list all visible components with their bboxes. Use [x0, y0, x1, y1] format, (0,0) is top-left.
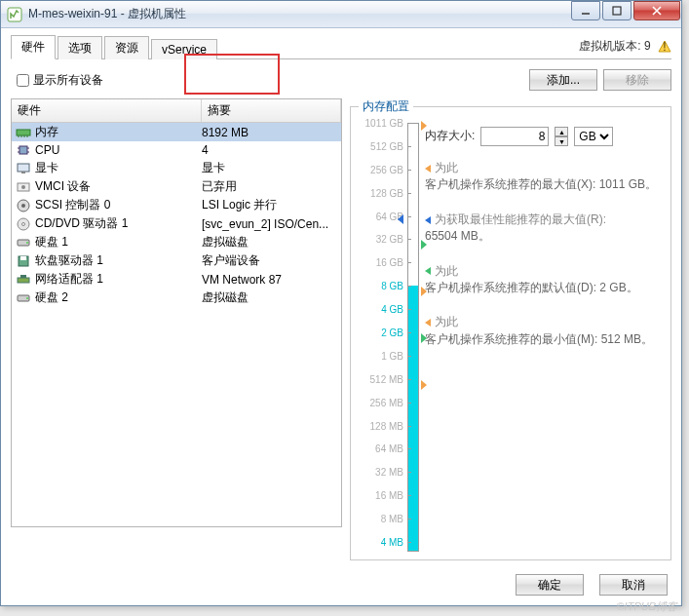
table-row[interactable]: VMCI 设备已弃用 — [12, 177, 341, 196]
table-row[interactable]: 硬盘 2虚拟磁盘 — [12, 289, 341, 307]
table-row[interactable]: 内存8192 MB — [12, 123, 341, 141]
scale-label: 256 MB — [370, 398, 403, 408]
tab-hardware[interactable]: 硬件 — [11, 35, 56, 59]
table-row[interactable]: 软盘驱动器 1客户端设备 — [12, 251, 341, 270]
desc-text: 65504 MB。 — [425, 229, 490, 243]
hw-summary: 客户端设备 — [202, 252, 337, 269]
marker-min-guest-icon — [421, 287, 427, 296]
hw-summary: 虚拟磁盘 — [202, 234, 337, 250]
hw-summary: 显卡 — [202, 160, 337, 176]
desc-text: 客户机操作系统推荐的默认值(D): 2 GB。 — [425, 281, 638, 294]
svg-point-29 — [26, 297, 28, 299]
marker-current-green-icon — [421, 333, 427, 343]
hw-summary: 8192 MB — [202, 126, 337, 139]
table-row[interactable]: CPU4 — [12, 141, 341, 159]
scale-label: 64 MB — [375, 443, 403, 454]
memory-size-spin-up[interactable]: ▲ — [555, 127, 568, 136]
hw-name: SCSI 控制器 0 — [35, 197, 110, 213]
desc-text: 客户机操作系统推荐的最大值(X): 1011 GB。 — [425, 177, 657, 191]
cpu-icon — [16, 142, 31, 158]
add-button-highlight — [184, 54, 280, 95]
disk-icon — [16, 290, 31, 306]
table-row[interactable]: 硬盘 1虚拟磁盘 — [12, 233, 341, 251]
app-icon — [7, 7, 22, 22]
titlebar[interactable]: M-mes-weixin-91 - 虚拟机属性 — [1, 1, 681, 28]
hw-name: 显卡 — [35, 160, 58, 176]
vm-properties-window: M-mes-weixin-91 - 虚拟机属性 硬件 选项 资源 vServic… — [0, 0, 682, 606]
memory-unit-select[interactable]: GB — [574, 127, 613, 146]
titlebar-text: M-mes-weixin-91 - 虚拟机属性 — [28, 6, 570, 22]
warning-icon: ! — [658, 40, 671, 54]
hw-name: CPU — [35, 143, 59, 157]
tab-row: 硬件 选项 资源 vService 虚拟机版本: 9 ! — [11, 34, 671, 59]
hw-name: 软盘驱动器 1 — [35, 252, 103, 269]
hw-name: CD/DVD 驱动器 1 — [35, 215, 128, 232]
svg-rect-27 — [20, 275, 26, 278]
marker-default-icon — [421, 240, 427, 250]
show-all-devices-checkbox[interactable] — [17, 74, 29, 87]
cancel-button[interactable]: 取消 — [599, 574, 668, 596]
col-header-summary[interactable]: 摘要 — [202, 99, 341, 122]
tab-resources[interactable]: 资源 — [104, 36, 149, 59]
table-row[interactable]: SCSI 控制器 0LSI Logic 并行 — [12, 196, 341, 214]
memory-config-group: 内存配置 1011 GB512 GB256 GB128 GB64 GB32 GB… — [350, 98, 671, 560]
remove-button[interactable]: 移除 — [603, 69, 671, 91]
svg-rect-14 — [18, 164, 29, 172]
scale-label: 512 MB — [370, 374, 403, 385]
scale-label: 32 GB — [376, 234, 403, 245]
svg-point-23 — [26, 242, 28, 244]
memory-size-label: 内存大小: — [425, 128, 475, 144]
hw-summary: [svc_evun_2] ISO/Cen... — [202, 217, 337, 231]
memory-recommendation: 为此客户机操作系统推荐的最大值(X): 1011 GB。 — [425, 160, 663, 194]
svg-rect-2 — [613, 7, 621, 15]
memory-recommendation: 为此客户机操作系统推荐的最小值(M): 512 MB。 — [425, 314, 663, 348]
tab-options[interactable]: 选项 — [57, 36, 102, 59]
add-button[interactable]: 添加... — [529, 69, 597, 91]
memory-scale: 1011 GB512 GB256 GB128 GB64 GB32 GB16 GB… — [359, 123, 417, 552]
hw-summary: 虚拟磁盘 — [202, 289, 337, 306]
net-icon — [16, 272, 31, 288]
hw-name: 硬盘 2 — [35, 289, 68, 306]
table-row[interactable]: 显卡显卡 — [12, 159, 341, 177]
svg-rect-4 — [17, 130, 30, 135]
minimize-button[interactable] — [571, 1, 600, 20]
svg-rect-25 — [20, 256, 26, 260]
svg-point-19 — [21, 204, 25, 208]
memory-recommendation: 为获取最佳性能推荐的最大值(R):65504 MB。 — [425, 212, 663, 246]
desc-label: 为此 — [435, 264, 458, 278]
hardware-table: 硬件 摘要 内存8192 MBCPU4显卡显卡VMCI 设备已弃用SCSI 控制… — [11, 98, 342, 527]
scale-label: 4 MB — [381, 537, 403, 548]
close-button[interactable] — [633, 1, 680, 20]
disk-icon — [16, 235, 31, 250]
col-header-hardware[interactable]: 硬件 — [12, 99, 202, 122]
vmci-icon — [16, 179, 31, 195]
tab-vservice[interactable]: vService — [151, 39, 217, 59]
maximize-button[interactable] — [602, 1, 632, 20]
desc-label: 为此 — [435, 315, 458, 328]
svg-point-17 — [21, 185, 25, 189]
hw-summary: VM Network 87 — [202, 273, 337, 287]
scale-label: 256 GB — [370, 165, 403, 175]
mem-icon — [16, 125, 31, 140]
scale-label: 16 GB — [376, 257, 403, 268]
vm-version-label: 虚拟机版本: 9 ! — [579, 38, 671, 58]
table-row[interactable]: 网络适配器 1VM Network 87 — [12, 270, 341, 289]
scale-label: 1011 GB — [365, 118, 403, 129]
hw-name: 硬盘 1 — [35, 234, 68, 250]
svg-rect-15 — [21, 172, 25, 173]
hw-summary: LSI Logic 并行 — [202, 197, 337, 213]
svg-rect-26 — [18, 278, 29, 283]
table-row[interactable]: CD/DVD 驱动器 1[svc_evun_2] ISO/Cen... — [12, 214, 341, 233]
scale-label: 128 MB — [370, 421, 403, 432]
svg-point-21 — [22, 222, 25, 225]
show-all-devices-label: 显示所有设备 — [33, 72, 103, 89]
memory-config-legend: 内存配置 — [359, 98, 413, 115]
cd-icon — [16, 216, 31, 232]
video-icon — [16, 161, 31, 176]
memory-size-input[interactable] — [480, 127, 549, 146]
desc-label: 为此 — [435, 161, 458, 174]
memory-size-spin-down[interactable]: ▼ — [555, 136, 568, 146]
ok-button[interactable]: 确定 — [516, 574, 584, 596]
scale-label: 8 MB — [381, 514, 403, 524]
hw-summary: 4 — [202, 143, 337, 157]
